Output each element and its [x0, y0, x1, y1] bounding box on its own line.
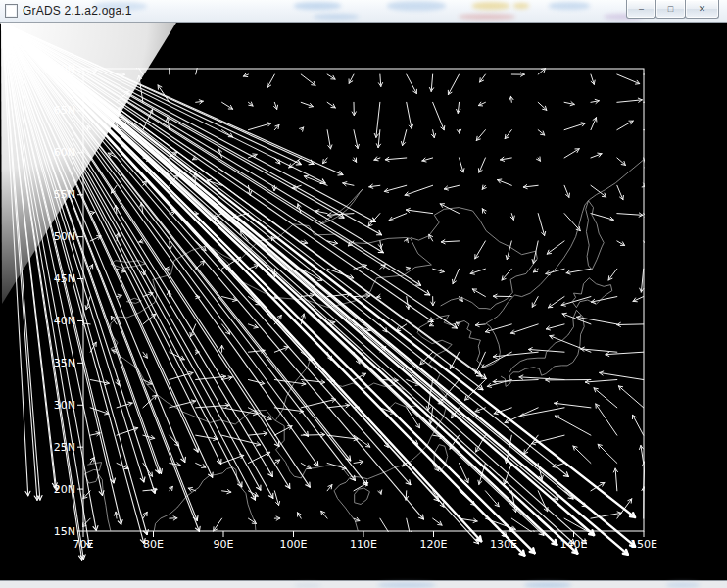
plot-canvas: 70E80E90E100E110E120E130E140E150E15N20N2…: [0, 22, 727, 580]
maximize-button[interactable]: □: [655, 0, 686, 19]
x-axis-label: 120E: [420, 538, 448, 551]
coastline-path: [441, 297, 509, 309]
coastline-path: [508, 160, 644, 303]
x-axis-label: 80E: [143, 538, 164, 551]
x-axis-label: 100E: [280, 538, 308, 551]
grads-window: GrADS 2.1.a2.oga.1 – □ ✕ 70E80E90E100E11…: [0, 0, 727, 588]
desktop-glare-blob: [377, 582, 436, 588]
desktop-glare-blob: [524, 582, 571, 588]
plot-svg: 70E80E90E100E110E120E130E140E150E15N20N2…: [0, 22, 727, 580]
coastline-path: [586, 201, 605, 270]
coastline-path: [572, 278, 612, 308]
coastline-path: [320, 189, 364, 224]
minimize-button[interactable]: –: [626, 0, 656, 19]
desktop-glare-blob: [666, 582, 700, 588]
coastline-path: [501, 310, 584, 386]
x-axis-label: 90E: [214, 538, 234, 551]
x-axis-label: 110E: [350, 538, 377, 551]
titlebar[interactable]: GrADS 2.1.a2.oga.1 – □ ✕: [0, 0, 727, 23]
app-icon: [5, 4, 18, 18]
coastline-path: [411, 208, 537, 299]
window-controls: – □ ✕: [627, 0, 719, 18]
desktop-glare-blob: [294, 583, 321, 588]
coastline-path: [509, 310, 576, 372]
ray-fan: [1, 22, 635, 560]
coastline-path: [154, 467, 256, 531]
y-axis-label: 50N: [54, 230, 75, 243]
coastline-path: [355, 488, 370, 504]
y-axis-label: 15N: [54, 525, 75, 538]
desktop-strip: [0, 580, 727, 588]
window-title: GrADS 2.1.a2.oga.1: [23, 4, 627, 18]
close-button[interactable]: ✕: [685, 0, 719, 19]
